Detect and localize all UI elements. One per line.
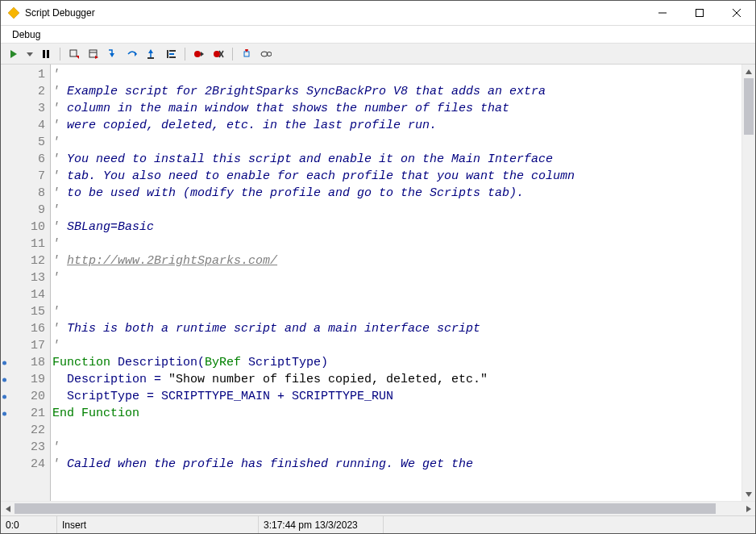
code-line[interactable]: ' <box>52 134 741 151</box>
svg-rect-8 <box>47 50 49 58</box>
scroll-right-icon[interactable] <box>741 502 755 515</box>
run-dropdown-icon[interactable] <box>25 46 35 62</box>
scroll-thumb[interactable] <box>744 78 754 135</box>
gutter-line[interactable]: 16 <box>1 320 50 337</box>
maximize-button[interactable] <box>681 1 718 25</box>
watch-button[interactable] <box>258 46 274 62</box>
svg-marker-35 <box>746 506 751 512</box>
gutter-line[interactable]: 8 <box>1 185 50 202</box>
code-line[interactable]: ' This is both a runtime script and a ma… <box>52 320 741 337</box>
code-line[interactable]: ' <box>52 303 741 320</box>
scroll-track[interactable] <box>15 502 741 515</box>
gutter-line[interactable]: 17 <box>1 337 50 354</box>
gutter-line[interactable]: 19 <box>1 371 50 388</box>
code-line[interactable]: ' SBLang=Basic <box>52 219 741 236</box>
toggle-breakpoint-button[interactable] <box>191 46 207 62</box>
step-button-2[interactable] <box>85 46 102 62</box>
gutter-line[interactable]: 23 <box>1 439 50 456</box>
gutter-line[interactable]: 11 <box>1 236 50 252</box>
breakpoint-marker-icon[interactable] <box>2 411 6 415</box>
add-watch-button[interactable] <box>239 46 255 62</box>
gutter-line[interactable]: 6 <box>1 151 50 168</box>
clear-breakpoints-button[interactable] <box>210 46 226 62</box>
breakpoint-marker-icon[interactable] <box>2 394 6 398</box>
svg-rect-27 <box>244 52 249 56</box>
code-line[interactable]: ' tab. You also need to enable for each … <box>52 168 741 185</box>
breakpoint-marker-icon[interactable] <box>2 378 6 382</box>
gutter-line[interactable]: 21 <box>1 405 50 422</box>
gutter-line[interactable]: 4 <box>1 117 50 134</box>
code-line[interactable] <box>52 286 741 303</box>
svg-point-24 <box>214 51 220 57</box>
scroll-left-icon[interactable] <box>1 502 15 515</box>
code-line[interactable]: ' <box>52 236 741 252</box>
vertical-scrollbar[interactable] <box>741 65 755 501</box>
scroll-thumb[interactable] <box>15 503 716 514</box>
menu-debug[interactable]: Debug <box>6 27 47 42</box>
code-line[interactable]: ' Example script for 2BrightSparks SyncB… <box>52 83 741 100</box>
code-line[interactable]: ' <box>52 337 741 354</box>
gutter-line[interactable]: 13 <box>1 269 50 286</box>
code-line[interactable]: ' were copied, deleted, etc. in the last… <box>52 117 741 134</box>
gutter-line[interactable]: 18 <box>1 354 50 371</box>
step-into-button[interactable] <box>105 46 121 62</box>
minimize-button[interactable] <box>644 1 681 25</box>
step-button-1[interactable] <box>66 46 82 62</box>
code-line[interactable]: ' <box>52 66 741 83</box>
svg-marker-23 <box>201 52 204 56</box>
svg-rect-9 <box>70 50 77 56</box>
scroll-up-icon[interactable] <box>742 65 755 78</box>
code-line[interactable]: ' to be used with (modify the profile an… <box>52 185 741 202</box>
gutter-line[interactable]: 14 <box>1 286 50 303</box>
svg-rect-19 <box>169 50 176 52</box>
window-title: Script Debugger <box>25 7 644 19</box>
gutter-line[interactable]: 7 <box>1 168 50 185</box>
code-line[interactable]: ' You need to install this script and en… <box>52 151 741 168</box>
gutter-line[interactable]: 12 <box>1 252 50 269</box>
step-over-button[interactable] <box>124 46 140 62</box>
gutter-line[interactable]: 9 <box>1 202 50 219</box>
code-line[interactable]: Description = "Show number of files copi… <box>52 371 741 388</box>
step-out-button[interactable] <box>143 46 160 62</box>
code-line[interactable]: ScriptType = SCRIPTTYPE_MAIN + SCRIPTTYP… <box>52 388 741 405</box>
gutter-line[interactable]: 3 <box>1 100 50 117</box>
code-line[interactable]: ' http://www.2BrightSparks.com/ <box>52 252 741 269</box>
gutter-line[interactable]: 1 <box>1 66 50 83</box>
code-editor[interactable]: '' Example script for 2BrightSparks Sync… <box>51 65 741 501</box>
gutter-line[interactable]: 15 <box>1 303 50 320</box>
code-line[interactable]: End Function <box>52 405 741 422</box>
svg-marker-14 <box>110 53 114 57</box>
gutter-line[interactable]: 10 <box>1 219 50 236</box>
code-line[interactable]: ' <box>52 202 741 219</box>
code-line[interactable]: ' <box>52 439 741 456</box>
close-button[interactable] <box>718 1 755 25</box>
gutter-line[interactable]: 5 <box>1 134 50 151</box>
gutter-line[interactable]: 2 <box>1 83 50 100</box>
app-icon <box>7 6 20 19</box>
line-gutter[interactable]: 123456789101112131415161718192021222324 <box>1 65 51 501</box>
svg-marker-32 <box>746 69 752 74</box>
code-line[interactable]: Function Description(ByRef ScriptType) <box>52 354 741 371</box>
code-line[interactable]: ' <box>52 269 741 286</box>
gutter-line[interactable]: 20 <box>1 388 50 405</box>
statusbar: 0:0 Insert 3:17:44 pm 13/3/2023 <box>1 515 755 533</box>
pause-button[interactable] <box>38 46 54 62</box>
toolbar-separator <box>185 48 185 60</box>
code-line[interactable]: ' column in the main window that shows t… <box>52 100 741 117</box>
horizontal-scrollbar[interactable] <box>1 501 755 515</box>
status-mode: Insert <box>57 516 259 533</box>
scroll-down-icon[interactable] <box>742 487 755 501</box>
toolbar-separator <box>232 48 233 60</box>
status-position: 0:0 <box>1 516 57 533</box>
gutter-line[interactable]: 24 <box>1 456 50 473</box>
svg-rect-21 <box>169 56 176 58</box>
toolbar <box>1 44 755 65</box>
code-line[interactable] <box>52 422 741 439</box>
svg-rect-18 <box>167 50 168 58</box>
breakpoint-marker-icon[interactable] <box>2 361 6 365</box>
gutter-line[interactable]: 22 <box>1 422 50 439</box>
code-line[interactable]: ' Called when the profile has finished r… <box>52 456 741 473</box>
run-to-cursor-button[interactable] <box>163 46 179 62</box>
editor-area: 123456789101112131415161718192021222324 … <box>1 65 755 501</box>
run-button[interactable] <box>6 46 22 62</box>
